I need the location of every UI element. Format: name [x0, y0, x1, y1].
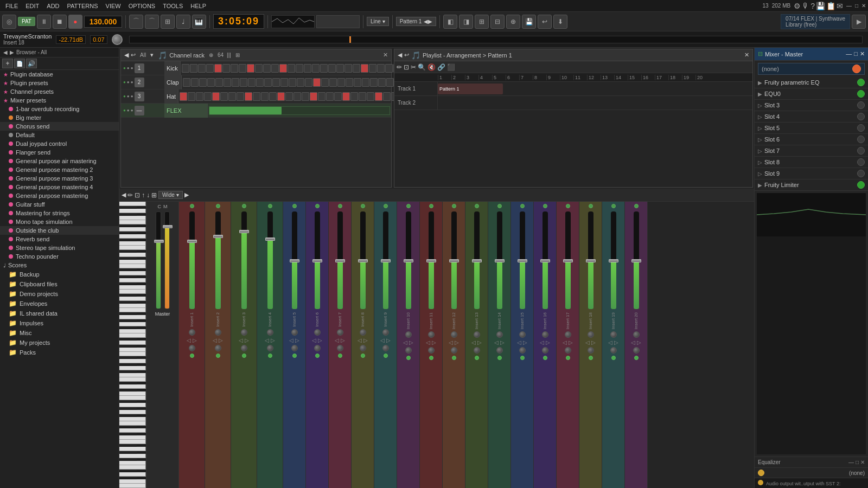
none-bottom-indicator[interactable]	[758, 470, 764, 476]
all-dropdown[interactable]: ▾	[150, 52, 154, 59]
insert-send-knob-17[interactable]	[588, 347, 594, 354]
menu-item-add[interactable]: ADD	[43, 2, 62, 10]
insert-fader-knob-11[interactable]	[449, 259, 459, 262]
insert-active-dot-16[interactable]	[566, 204, 570, 208]
mix-tool3[interactable]: ↑	[142, 191, 145, 199]
insert-active-dot-17[interactable]	[589, 204, 593, 208]
piano-key[interactable]	[119, 461, 146, 465]
insert-knob-8[interactable]	[382, 329, 389, 336]
piano-key[interactable]	[119, 290, 146, 294]
insert-arrow-r-18[interactable]: ▷	[614, 339, 618, 345]
insert-send-knob-19[interactable]	[633, 347, 640, 354]
flex-nav-right[interactable]: ▶	[852, 15, 866, 29]
insert-send-dot-9[interactable]	[406, 356, 411, 360]
insert-arrow-r-16[interactable]: ▷	[569, 339, 573, 345]
piano-key[interactable]	[119, 202, 146, 206]
plugin-slot-9[interactable]: ▶ Fruity Limiter	[755, 179, 868, 191]
piano-key[interactable]	[119, 366, 146, 370]
insert-send-knob-1[interactable]	[215, 345, 221, 351]
pl-tool-delete[interactable]: ✂	[411, 63, 416, 71]
insert-arrow-l-13[interactable]: ◁	[494, 339, 499, 345]
insert-arrow-l-1[interactable]: ◁	[213, 337, 217, 343]
insert-fader-track-8[interactable]	[383, 211, 388, 309]
plugin-slot-5[interactable]: ▷ Slot 6	[755, 134, 868, 145]
mix-nav-right[interactable]: ▶	[184, 191, 189, 198]
piano-key[interactable]	[119, 421, 146, 426]
piano-key[interactable]	[119, 352, 146, 356]
pat-button[interactable]: PAT	[18, 17, 35, 26]
menu-item-tools[interactable]: TOOLS	[159, 2, 186, 10]
insert-fader-track-15[interactable]	[542, 211, 548, 309]
rack-grid[interactable]: ⊞	[235, 52, 240, 58]
insert-send-knob-8[interactable]	[382, 345, 389, 351]
insert-active-dot-6[interactable]	[338, 204, 342, 208]
sidebar-nav-next[interactable]: ▶	[10, 49, 14, 55]
insert-fader-knob-12[interactable]	[472, 259, 482, 262]
insert-knob-1[interactable]	[215, 329, 221, 336]
pad-2-16[interactable]	[310, 92, 317, 101]
insert-arrow-r-7[interactable]: ▷	[363, 337, 368, 343]
insert-active-dot-12[interactable]	[475, 204, 479, 208]
insert-send-dot-15[interactable]	[543, 356, 547, 360]
insert-active-dot-4[interactable]	[292, 204, 297, 208]
insert-fader-knob-3[interactable]	[265, 237, 275, 241]
piano-key[interactable]	[119, 322, 146, 326]
insert-send-knob-6[interactable]	[337, 345, 343, 351]
pad-0-10[interactable]	[263, 64, 271, 73]
insert-send-dot-5[interactable]	[315, 354, 320, 358]
insert-send-dot-4[interactable]	[292, 354, 297, 358]
insert-arrow-l-0[interactable]: ◁	[187, 337, 191, 343]
insert-fader-knob-16[interactable]	[563, 259, 573, 262]
insert-send-dot-8[interactable]	[384, 354, 388, 358]
rack-bars[interactable]: |||	[227, 52, 231, 58]
insert-send-knob-14[interactable]	[519, 347, 526, 354]
pad-1-14[interactable]	[297, 78, 304, 87]
piano-btn[interactable]: 🎹	[192, 15, 206, 29]
pad-0-7[interactable]	[239, 64, 246, 73]
piano-key[interactable]	[119, 333, 146, 338]
pad-1-13[interactable]	[289, 78, 296, 87]
piano-key[interactable]	[119, 384, 146, 389]
insert-knob-14[interactable]	[519, 331, 526, 338]
pad-2-0[interactable]	[180, 92, 187, 101]
pad-2-22[interactable]	[359, 92, 366, 101]
pad-0-21[interactable]	[353, 64, 360, 73]
pl-close-btn[interactable]: ✕	[744, 52, 749, 58]
pad-1-10[interactable]	[264, 78, 272, 87]
insert-active-dot-7[interactable]	[361, 204, 365, 208]
insert-send-knob-0[interactable]	[189, 345, 195, 351]
insert-send-knob-9[interactable]	[405, 347, 412, 354]
piano-key[interactable]	[119, 396, 146, 400]
insert-send-dot-1[interactable]	[216, 354, 220, 358]
insert-arrow-r-14[interactable]: ▷	[523, 339, 527, 345]
pl-nav-prev[interactable]: ◀	[398, 52, 402, 59]
pad-1-12[interactable]	[280, 78, 288, 87]
slot-toggle-3[interactable]	[857, 113, 865, 120]
menu-item-options[interactable]: OPTIONS	[125, 2, 159, 10]
new-btn[interactable]: 📄	[14, 59, 25, 68]
master-knob[interactable]	[112, 34, 123, 45]
mix-nav-prev[interactable]: ◀	[122, 191, 126, 198]
piano-key[interactable]	[119, 304, 146, 308]
insert-knob-19[interactable]	[633, 331, 640, 338]
insert-send-dot-18[interactable]	[611, 356, 616, 360]
pad-0-5[interactable]	[222, 64, 230, 73]
insert-send-dot-0[interactable]	[190, 354, 194, 358]
pad-1-2[interactable]	[199, 78, 207, 87]
insert-fader-track-10[interactable]	[429, 211, 434, 309]
insert-knob-17[interactable]	[588, 331, 594, 338]
pad-2-10[interactable]	[261, 92, 269, 101]
piano-key[interactable]	[119, 391, 146, 396]
piano-key[interactable]	[119, 297, 146, 301]
eq-btn1[interactable]: —	[848, 459, 854, 465]
pad-0-13[interactable]	[288, 64, 295, 73]
line-dropdown[interactable]: Line ▾	[367, 17, 389, 26]
piano-key[interactable]	[119, 264, 146, 268]
none-selector[interactable]: (none)	[758, 63, 865, 75]
slot-toggle-5[interactable]	[857, 136, 865, 143]
insert-send-dot-12[interactable]	[475, 356, 479, 360]
pad-2-20[interactable]	[342, 92, 350, 101]
mix-tool5[interactable]: ⊞	[151, 191, 157, 199]
sidebar-preset-item-9[interactable]: General purpose mastering 4	[0, 183, 119, 191]
insert-send-knob-13[interactable]	[496, 347, 503, 354]
